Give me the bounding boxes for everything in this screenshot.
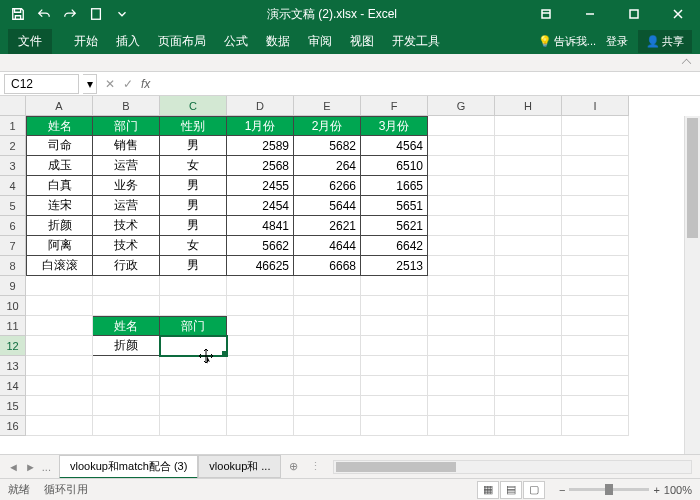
- cell-H9[interactable]: [495, 276, 562, 296]
- redo-button[interactable]: [58, 2, 82, 26]
- cell-F8[interactable]: 2513: [361, 256, 428, 276]
- cell-G4[interactable]: [428, 176, 495, 196]
- cell-H12[interactable]: [495, 336, 562, 356]
- cell-I10[interactable]: [562, 296, 629, 316]
- col-header-B[interactable]: B: [93, 96, 160, 116]
- cell-H5[interactable]: [495, 196, 562, 216]
- cell-D3[interactable]: 2568: [227, 156, 294, 176]
- cell-G3[interactable]: [428, 156, 495, 176]
- row-header-13[interactable]: 13: [0, 356, 26, 376]
- cell-H1[interactable]: [495, 116, 562, 136]
- cell-E1[interactable]: 2月份: [294, 116, 361, 136]
- tab-review[interactable]: 审阅: [308, 33, 332, 50]
- cell-G1[interactable]: [428, 116, 495, 136]
- cell-G8[interactable]: [428, 256, 495, 276]
- select-all-corner[interactable]: [0, 96, 26, 116]
- cell-G10[interactable]: [428, 296, 495, 316]
- formula-input[interactable]: [158, 74, 700, 94]
- cell-C5[interactable]: 男: [160, 196, 227, 216]
- cell-I9[interactable]: [562, 276, 629, 296]
- tab-formula[interactable]: 公式: [224, 33, 248, 50]
- sheet-tab-active[interactable]: vlookup和match配合 (3): [59, 455, 198, 479]
- cell-B1[interactable]: 部门: [93, 116, 160, 136]
- cell-H7[interactable]: [495, 236, 562, 256]
- cell-B14[interactable]: [93, 376, 160, 396]
- cell-G5[interactable]: [428, 196, 495, 216]
- row-header-3[interactable]: 3: [0, 156, 26, 176]
- cell-A5[interactable]: 连宋: [26, 196, 93, 216]
- cell-D10[interactable]: [227, 296, 294, 316]
- cell-I1[interactable]: [562, 116, 629, 136]
- cell-E13[interactable]: [294, 356, 361, 376]
- cell-B15[interactable]: [93, 396, 160, 416]
- sheet-nav[interactable]: ◄►...: [0, 461, 59, 473]
- cell-A16[interactable]: [26, 416, 93, 436]
- cell-C3[interactable]: 女: [160, 156, 227, 176]
- qat-dropdown[interactable]: [110, 2, 134, 26]
- row-header-2[interactable]: 2: [0, 136, 26, 156]
- horizontal-scrollbar[interactable]: [333, 460, 692, 474]
- tab-layout[interactable]: 页面布局: [158, 33, 206, 50]
- cell-C4[interactable]: 男: [160, 176, 227, 196]
- vertical-scrollbar[interactable]: [684, 116, 700, 454]
- cell-E5[interactable]: 5644: [294, 196, 361, 216]
- cell-A9[interactable]: [26, 276, 93, 296]
- login-link[interactable]: 登录: [606, 34, 628, 49]
- cell-C10[interactable]: [160, 296, 227, 316]
- cell-B3[interactable]: 运营: [93, 156, 160, 176]
- cell-D12[interactable]: [227, 336, 294, 356]
- cell-A11[interactable]: [26, 316, 93, 336]
- cell-C8[interactable]: 男: [160, 256, 227, 276]
- cell-C1[interactable]: 性别: [160, 116, 227, 136]
- name-box[interactable]: C12: [4, 74, 79, 94]
- row-header-5[interactable]: 5: [0, 196, 26, 216]
- cell-A10[interactable]: [26, 296, 93, 316]
- name-box-dropdown[interactable]: ▾: [83, 74, 97, 94]
- cell-I12[interactable]: [562, 336, 629, 356]
- view-layout-button[interactable]: ▤: [500, 481, 522, 499]
- cell-E7[interactable]: 4644: [294, 236, 361, 256]
- tab-view[interactable]: 视图: [350, 33, 374, 50]
- cell-A6[interactable]: 折颜: [26, 216, 93, 236]
- cell-E2[interactable]: 5682: [294, 136, 361, 156]
- cell-C9[interactable]: [160, 276, 227, 296]
- cell-E14[interactable]: [294, 376, 361, 396]
- cell-D9[interactable]: [227, 276, 294, 296]
- vertical-scrollbar-thumb[interactable]: [687, 118, 698, 238]
- cell-H14[interactable]: [495, 376, 562, 396]
- row-headers[interactable]: 12345678910111213141516: [0, 116, 26, 436]
- row-header-9[interactable]: 9: [0, 276, 26, 296]
- cell-B12[interactable]: 折颜: [93, 336, 160, 356]
- cell-B11[interactable]: 姓名: [93, 316, 160, 336]
- minimize-button[interactable]: [568, 0, 612, 28]
- cell-D11[interactable]: [227, 316, 294, 336]
- cell-A14[interactable]: [26, 376, 93, 396]
- cell-D6[interactable]: 4841: [227, 216, 294, 236]
- tab-data[interactable]: 数据: [266, 33, 290, 50]
- cell-H11[interactable]: [495, 316, 562, 336]
- row-header-12[interactable]: 12: [0, 336, 26, 356]
- ribbon-options-button[interactable]: [524, 0, 568, 28]
- cell-C2[interactable]: 男: [160, 136, 227, 156]
- cell-D1[interactable]: 1月份: [227, 116, 294, 136]
- cell-D8[interactable]: 46625: [227, 256, 294, 276]
- cell-B7[interactable]: 技术: [93, 236, 160, 256]
- cell-I5[interactable]: [562, 196, 629, 216]
- cell-A3[interactable]: 成玉: [26, 156, 93, 176]
- cell-G15[interactable]: [428, 396, 495, 416]
- sheet-tab-other[interactable]: vlookup和 ...: [198, 455, 281, 478]
- cell-C13[interactable]: [160, 356, 227, 376]
- tab-file[interactable]: 文件: [8, 29, 52, 54]
- cell-E4[interactable]: 6266: [294, 176, 361, 196]
- cell-F6[interactable]: 5621: [361, 216, 428, 236]
- cell-A2[interactable]: 司命: [26, 136, 93, 156]
- new-button[interactable]: [84, 2, 108, 26]
- cell-G12[interactable]: [428, 336, 495, 356]
- cell-H3[interactable]: [495, 156, 562, 176]
- cell-B10[interactable]: [93, 296, 160, 316]
- cell-A7[interactable]: 阿离: [26, 236, 93, 256]
- cell-E3[interactable]: 264: [294, 156, 361, 176]
- cell-G13[interactable]: [428, 356, 495, 376]
- zoom-slider-thumb[interactable]: [605, 484, 613, 495]
- cell-C6[interactable]: 男: [160, 216, 227, 236]
